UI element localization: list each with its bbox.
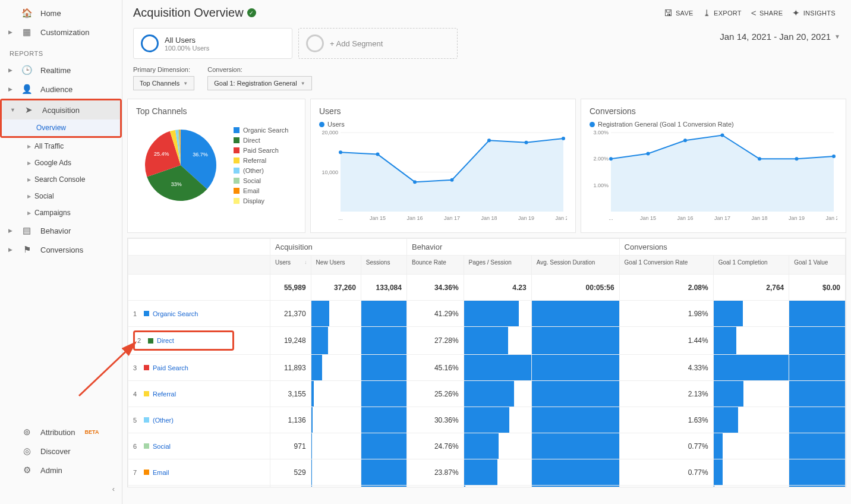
dot-icon	[590, 122, 595, 127]
label: Conversions	[40, 245, 83, 254]
sidebar-collapse[interactable]: ‹	[0, 480, 122, 498]
conversion-dropdown[interactable]: Goal 1: Registration General▼	[207, 76, 311, 90]
chevron-down-icon: ▼	[301, 81, 305, 86]
date-range-picker[interactable]: Jan 14, 2021 - Jan 20, 2021▼	[720, 28, 840, 42]
caret-icon: ▶	[27, 144, 31, 149]
nav-customization[interactable]: ▶▦Customization	[0, 23, 122, 42]
nav-acq-campaigns[interactable]: ▶Campaigns	[0, 204, 122, 221]
chart-top-channels: Top Channels 36.7%33%25.4% Organic Searc…	[127, 99, 305, 233]
nav-admin[interactable]: ⚙Admin	[0, 461, 122, 480]
pie-chart: 36.7%33%25.4%	[136, 121, 225, 210]
nav-realtime[interactable]: ▶🕒Realtime	[0, 61, 122, 80]
svg-text:Jan 15: Jan 15	[370, 215, 386, 221]
chevron-down-icon: ▼	[834, 33, 840, 40]
caret-icon: ▶	[8, 67, 13, 73]
sidebar: 🏠Home ▶▦Customization REPORTS ▶🕒Realtime…	[0, 0, 122, 504]
caret-icon: ▶	[8, 29, 13, 35]
table-row: 5(Other)1,13630.36%1.63%	[128, 407, 846, 433]
flag-icon: ⚑	[21, 244, 32, 255]
nav-acquisition[interactable]: ▼➤Acquisition	[2, 100, 120, 119]
svg-point-10	[450, 178, 454, 182]
segment-row: All Users100.00% Users + Add Segment Jan…	[122, 26, 851, 59]
segment-title: All Users	[165, 36, 209, 45]
col-header[interactable]: Avg. Session Duration	[531, 256, 619, 275]
nav-audience[interactable]: ▶👤Audience	[0, 80, 122, 99]
col-header[interactable]: New Users	[311, 256, 361, 275]
circle-icon	[306, 34, 324, 52]
channel-link[interactable]: Email	[153, 469, 169, 476]
insights-button[interactable]: ✦INSIGHTS	[787, 8, 840, 18]
label: Home	[40, 9, 61, 18]
channel-link[interactable]: (Other)	[153, 417, 174, 424]
caret-icon: ▶	[8, 86, 13, 92]
col-header[interactable]: Goal 1 Conversion Rate	[619, 256, 713, 275]
verified-icon: ✓	[247, 8, 256, 17]
svg-point-33	[832, 155, 836, 158]
col-header[interactable]: Pages / Session	[464, 256, 531, 275]
main: Acquisition Overview ✓ 🖫SAVE ⤓EXPORT <SH…	[122, 0, 851, 504]
svg-text:36.7%: 36.7%	[193, 152, 208, 158]
col-header[interactable]: Users↓	[270, 256, 311, 275]
label: Customization	[40, 28, 89, 37]
svg-point-32	[795, 157, 799, 160]
label: Audience	[40, 85, 73, 94]
table-row: 1Organic Search21,37041.29%1.98%	[128, 301, 846, 327]
titlebar: Acquisition Overview ✓ 🖫SAVE ⤓EXPORT <SH…	[122, 0, 851, 26]
svg-text:Jan 18: Jan 18	[751, 215, 767, 221]
label: Social	[34, 192, 54, 200]
nav-behavior[interactable]: ▶▤Behavior	[0, 221, 122, 240]
nav-home[interactable]: 🏠Home	[0, 4, 122, 23]
col-header[interactable]: Bounce Rate	[406, 256, 464, 275]
nav-acq-social[interactable]: ▶Social	[0, 188, 122, 204]
col-header[interactable]: Goal 1 Value	[789, 256, 846, 275]
svg-text:Jan 16: Jan 16	[406, 215, 423, 221]
channel-link[interactable]: Organic Search	[153, 310, 198, 317]
caret-icon: ▼	[10, 107, 15, 113]
beta-badge: BETA	[85, 429, 99, 435]
col-header[interactable]: Goal 1 Completion	[713, 256, 789, 275]
export-button[interactable]: ⤓EXPORT	[698, 8, 746, 18]
nav-conversions[interactable]: ▶⚑Conversions	[0, 240, 122, 259]
svg-point-12	[525, 141, 528, 144]
nav-acq-google-ads[interactable]: ▶Google Ads	[0, 155, 122, 171]
chart-title: Users	[319, 106, 567, 116]
save-button[interactable]: 🖫SAVE	[659, 8, 698, 18]
home-icon: 🏠	[21, 8, 32, 18]
nav-discover[interactable]: ◎Discover	[0, 442, 122, 461]
chart-title: Conversions	[590, 106, 837, 116]
svg-text:Jan 20: Jan 20	[555, 215, 567, 221]
primary-dimension-dropdown[interactable]: Top Channels▼	[133, 76, 194, 90]
add-segment[interactable]: + Add Segment	[298, 28, 458, 59]
gear-icon: ⚙	[21, 465, 32, 475]
pie-legend: Organic SearchDirectPaid SearchReferral(…	[234, 125, 288, 206]
label: Attribution	[40, 428, 75, 437]
svg-text:25.4%: 25.4%	[154, 151, 169, 157]
nav-acq-overview[interactable]: Overview	[2, 119, 120, 136]
chart-users: Users Users 10,00020,000...Jan 15Jan 16J…	[310, 99, 576, 233]
table-row: 7Email52923.87%0.77%	[128, 459, 846, 486]
svg-point-27	[609, 157, 613, 160]
svg-point-28	[647, 152, 650, 155]
nav-attribution[interactable]: ⊚AttributionBETA	[0, 423, 122, 442]
channel-link[interactable]: Direct	[157, 337, 174, 344]
acquisition-icon: ➤	[23, 105, 34, 115]
svg-point-30	[721, 133, 724, 137]
channel-link[interactable]: Paid Search	[153, 364, 188, 371]
col-header[interactable]: Sessions	[361, 256, 406, 275]
table-row: 6Social97124.76%0.77%	[128, 433, 846, 459]
svg-text:Jan 18: Jan 18	[481, 215, 497, 221]
channel-link[interactable]: Referral	[153, 390, 176, 398]
nav-acq-all-traffic[interactable]: ▶All Traffic	[0, 138, 122, 155]
caret-icon: ▶	[27, 194, 31, 199]
svg-point-11	[487, 138, 491, 142]
add-segment-label: + Add Segment	[330, 39, 383, 48]
label: Acquisition	[42, 106, 80, 115]
svg-text:...: ...	[338, 215, 343, 221]
channel-link[interactable]: Social	[153, 443, 171, 450]
caret-icon: ▶	[27, 160, 31, 166]
share-button[interactable]: <SHARE	[746, 8, 787, 18]
table-row: 3Paid Search11,89345.16%4.33%	[128, 355, 846, 381]
nav-acq-search-console[interactable]: ▶Search Console	[0, 171, 122, 188]
svg-text:Jan 16: Jan 16	[677, 215, 693, 221]
segment-all-users[interactable]: All Users100.00% Users	[133, 28, 292, 59]
